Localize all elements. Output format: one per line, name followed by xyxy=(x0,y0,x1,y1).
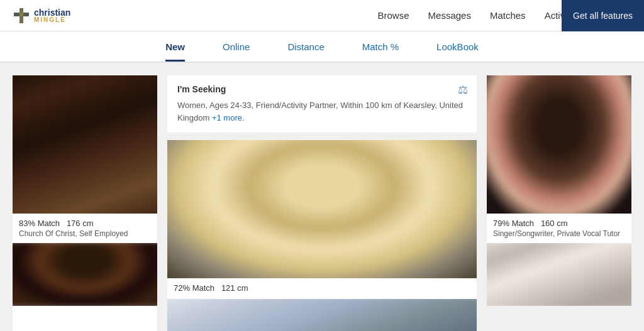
tab-new[interactable]: New xyxy=(165,41,185,62)
profile-info-2: 79% Match 160 cm Singer/Songwriter, Priv… xyxy=(487,214,631,243)
logo-icon xyxy=(13,7,30,24)
profession-2: Singer/Songwriter, Private Vocal Tutor xyxy=(493,229,625,238)
seeking-title: I'm Seeking xyxy=(177,84,467,94)
profile-photo-bottom-1 xyxy=(13,243,157,306)
middle-profile-photo xyxy=(167,140,477,278)
get-all-features-button[interactable]: Get all features xyxy=(562,0,644,31)
middle-profile-card[interactable]: 72% Match 121 cm xyxy=(167,140,477,331)
svg-rect-3 xyxy=(14,13,29,16)
filter-icon[interactable]: ⚖ xyxy=(458,83,468,97)
tabs-bar: New Online Distance Match % LookBook xyxy=(0,31,644,63)
nav-browse[interactable]: Browse xyxy=(378,10,409,21)
tab-lookbook[interactable]: LookBook xyxy=(436,41,479,62)
profile-card-1[interactable]: 83% Match 176 cm Church Of Christ, Self … xyxy=(13,75,157,331)
profile-photo-2 xyxy=(487,75,631,214)
tabs-container: New Online Distance Match % LookBook xyxy=(0,31,644,63)
logo[interactable]: christian MINGLE xyxy=(13,7,70,24)
logo-text: christian MINGLE xyxy=(34,8,70,23)
middle-profile-photo-bottom xyxy=(167,299,477,331)
more-link[interactable]: +1 more. xyxy=(212,113,245,122)
middle-panel: I'm Seeking Women, Ages 24-33, Friend/Ac… xyxy=(167,75,477,331)
profile-photo-bottom-2 xyxy=(487,243,631,306)
main-content: 83% Match 176 cm Church Of Christ, Self … xyxy=(0,63,644,331)
profile-photo-1 xyxy=(13,75,157,214)
nav-matches[interactable]: Matches xyxy=(490,10,526,21)
seeking-box: I'm Seeking Women, Ages 24-33, Friend/Ac… xyxy=(167,75,477,133)
middle-profile-info: 72% Match 121 cm xyxy=(167,278,477,299)
profile-card-2[interactable]: 79% Match 160 cm Singer/Songwriter, Priv… xyxy=(487,75,631,306)
match-height-2: 79% Match 160 cm xyxy=(493,219,625,228)
right-panel: 79% Match 160 cm Singer/Songwriter, Priv… xyxy=(487,75,631,331)
tab-match[interactable]: Match % xyxy=(362,41,399,62)
seeking-text: Women, Ages 24-33, Friend/Activity Partn… xyxy=(177,99,467,124)
middle-match-height: 72% Match 121 cm xyxy=(174,283,470,293)
nav-messages[interactable]: Messages xyxy=(428,10,471,21)
tab-online[interactable]: Online xyxy=(223,41,250,62)
profile-info-1: 83% Match 176 cm Church Of Christ, Self … xyxy=(13,214,157,243)
match-height-1: 83% Match 176 cm xyxy=(19,219,151,228)
tab-distance[interactable]: Distance xyxy=(287,41,324,62)
header: christian MINGLE Browse Messages Matches… xyxy=(0,0,644,31)
profession-1: Church Of Christ, Self Employed xyxy=(19,229,151,238)
